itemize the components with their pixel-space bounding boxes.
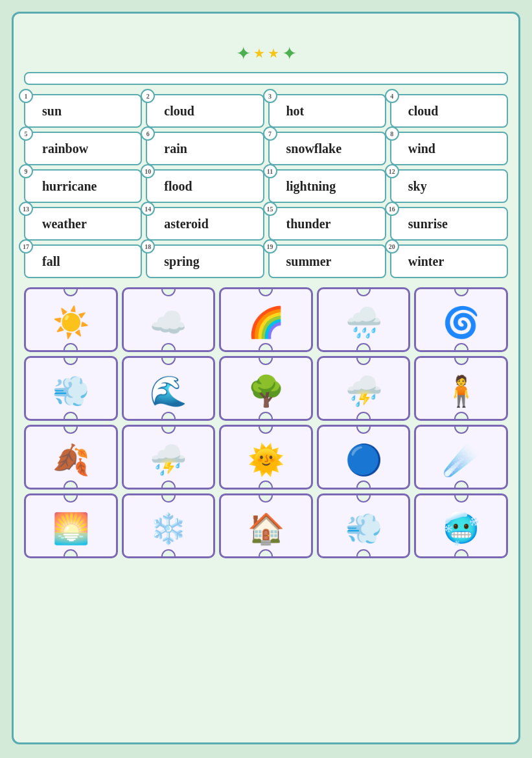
- word-label-11: lightning: [284, 179, 336, 194]
- cell-number-14: 14: [141, 202, 155, 216]
- pic-top-circle: [356, 287, 371, 296]
- word-label-9: hurricane: [40, 179, 97, 194]
- picture-cell-17: ❄️: [122, 493, 216, 558]
- pic-bottom-circle: [161, 480, 176, 490]
- pic-top-circle: [161, 287, 176, 296]
- cell-number-2: 2: [141, 89, 155, 103]
- picture-cell-1: ☀️: [24, 287, 118, 352]
- pic-emoji-7: 🌊: [150, 377, 187, 407]
- picture-cell-2: ☁️: [122, 287, 216, 352]
- pic-bottom-circle: [64, 480, 78, 490]
- word-label-18: spring: [161, 254, 199, 269]
- pic-top-circle: [356, 493, 371, 503]
- star-right-yellow: ★: [268, 46, 279, 60]
- word-cell-1: 1 sun: [24, 94, 142, 128]
- word-grid: 1 sun 2 cloud 3 hot 4 cloud 5 rainbow 6 …: [24, 94, 508, 278]
- picture-cell-4: 🌧️: [317, 287, 411, 352]
- pic-emoji-5: 🌀: [443, 308, 480, 338]
- word-cell-13: 13 weather: [24, 207, 142, 241]
- word-cell-12: 12 sky: [390, 169, 508, 203]
- picture-cell-15: ☄️: [414, 425, 508, 490]
- pic-bottom-circle: [259, 549, 273, 558]
- picture-cell-19: 💨: [317, 493, 411, 558]
- word-cell-11: 11 lightning: [268, 169, 386, 203]
- word-label-6: rain: [161, 141, 187, 156]
- pic-emoji-18: 🏠: [248, 514, 284, 544]
- word-cell-20: 20 winter: [390, 244, 508, 278]
- pic-emoji-2: ☁️: [150, 308, 187, 338]
- cell-number-1: 1: [19, 89, 33, 103]
- word-label-13: weather: [40, 217, 87, 231]
- word-label-7: snowflake: [284, 141, 342, 156]
- pic-emoji-6: 💨: [52, 377, 89, 407]
- pic-top-circle: [64, 493, 78, 503]
- pic-emoji-15: ☄️: [443, 445, 480, 475]
- pic-emoji-19: 💨: [345, 514, 382, 544]
- picture-cell-8: 🌳: [219, 356, 313, 421]
- pic-bottom-circle: [454, 412, 468, 421]
- pic-bottom-circle: [454, 480, 468, 490]
- picture-cell-10: 🧍: [414, 356, 508, 421]
- pic-top-circle: [454, 287, 468, 296]
- word-cell-17: 17 fall: [24, 244, 142, 278]
- word-label-19: summer: [284, 254, 332, 269]
- cell-number-18: 18: [141, 239, 155, 254]
- picture-cell-6: 💨: [24, 356, 118, 421]
- word-label-16: sunrise: [406, 217, 448, 231]
- pic-emoji-11: 🍂: [52, 445, 89, 475]
- picture-cell-9: ⛈️: [317, 356, 411, 421]
- cell-number-17: 17: [19, 239, 33, 254]
- word-label-2: cloud: [161, 104, 194, 119]
- word-label-20: winter: [406, 254, 445, 269]
- picture-cell-12: ⛈️: [122, 425, 216, 490]
- picture-cell-13: 🌞: [219, 425, 313, 490]
- word-cell-14: 14 asteroid: [146, 207, 264, 241]
- word-cell-19: 19 summer: [268, 244, 386, 278]
- word-label-10: flood: [161, 179, 192, 194]
- pic-bottom-circle: [161, 549, 176, 558]
- picture-cell-18: 🏠: [219, 493, 313, 558]
- pic-bottom-circle: [356, 480, 371, 490]
- pic-bottom-circle: [356, 549, 371, 558]
- cell-number-13: 13: [19, 202, 33, 216]
- star-left-green: ✦: [236, 43, 251, 64]
- main-page: ✦ ★ ★ ✦ 1 sun 2 cloud 3 hot 4 cloud 5 ra…: [12, 12, 520, 744]
- pic-emoji-3: 🌈: [248, 308, 284, 338]
- pic-emoji-1: ☀️: [52, 308, 89, 338]
- word-label-14: asteroid: [161, 217, 209, 231]
- pic-top-circle: [454, 356, 468, 365]
- word-label-5: rainbow: [40, 141, 88, 156]
- cell-number-12: 12: [385, 164, 399, 178]
- cell-number-5: 5: [19, 126, 33, 141]
- cell-number-15: 15: [263, 202, 277, 216]
- pic-emoji-9: ⛈️: [345, 377, 382, 407]
- cell-number-10: 10: [141, 164, 155, 178]
- pic-top-circle: [259, 425, 273, 434]
- pic-emoji-4: 🌧️: [345, 308, 382, 338]
- word-label-3: hot: [284, 104, 305, 119]
- star-left-yellow: ★: [253, 46, 265, 60]
- cell-number-6: 6: [141, 126, 155, 141]
- cell-number-16: 16: [385, 202, 399, 216]
- picture-cell-11: 🍂: [24, 425, 118, 490]
- word-cell-10: 10 flood: [146, 169, 264, 203]
- pic-emoji-16: 🌅: [52, 514, 89, 544]
- cell-number-8: 8: [385, 126, 399, 141]
- pic-bottom-circle: [64, 412, 78, 421]
- picture-area: ☀️ ☁️ 🌈 🌧️ 🌀 💨 🌊 🌳: [24, 287, 508, 558]
- word-label-1: sun: [40, 104, 62, 119]
- word-cell-5: 5 rainbow: [24, 132, 142, 165]
- picture-cell-7: 🌊: [122, 356, 216, 421]
- cell-number-20: 20: [385, 239, 399, 254]
- word-label-15: thunder: [284, 217, 331, 231]
- pic-emoji-13: 🌞: [248, 445, 284, 475]
- word-cell-4: 4 cloud: [390, 94, 508, 128]
- word-label-4: cloud: [406, 104, 439, 119]
- word-cell-9: 9 hurricane: [24, 169, 142, 203]
- star-right-green: ✦: [282, 43, 297, 64]
- pic-top-circle: [454, 425, 468, 434]
- picture-row-2: 💨 🌊 🌳 ⛈️ 🧍: [24, 356, 508, 421]
- pic-emoji-10: 🧍: [443, 377, 480, 407]
- pic-top-circle: [356, 425, 371, 434]
- cell-number-7: 7: [263, 126, 277, 141]
